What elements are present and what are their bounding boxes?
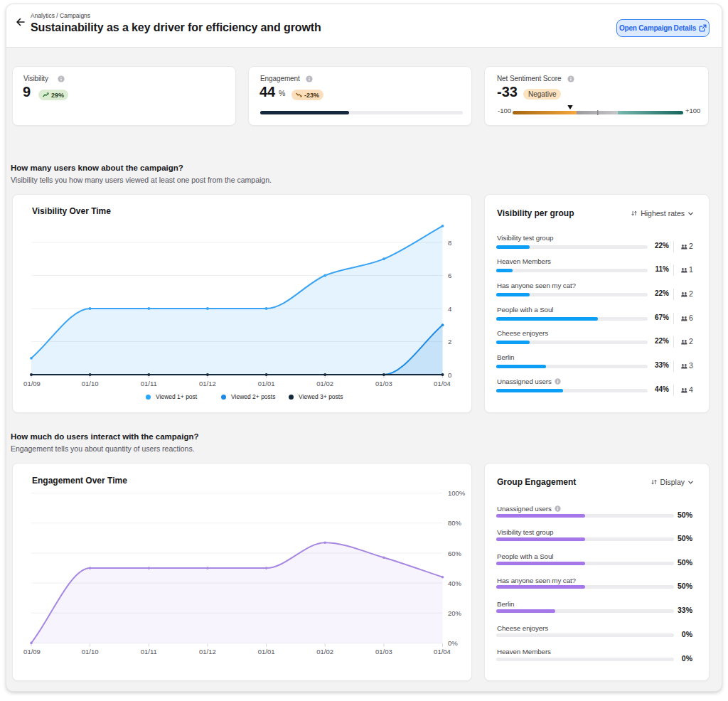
svg-text:60%: 60% [448,550,462,557]
svg-text:01/09: 01/09 [23,648,41,655]
svg-text:01/04: 01/04 [434,380,451,387]
svg-text:40%: 40% [448,579,462,587]
svg-text:01/12: 01/12 [199,648,216,655]
svg-text:100%: 100% [448,489,466,497]
svg-text:01/03: 01/03 [375,380,392,387]
svg-text:01/11: 01/11 [141,648,157,655]
svg-text:01/03: 01/03 [375,648,392,655]
svg-text:01/09: 01/09 [23,380,41,387]
svg-text:4: 4 [448,305,451,313]
svg-text:01/11: 01/11 [141,380,157,387]
svg-text:01/10: 01/10 [82,380,99,387]
svg-text:20%: 20% [448,609,462,617]
svg-text:8: 8 [448,239,451,247]
svg-text:01/01: 01/01 [258,648,275,655]
svg-text:0%: 0% [448,639,458,647]
svg-text:2: 2 [448,338,451,346]
svg-text:01/12: 01/12 [199,380,216,387]
svg-text:01/02: 01/02 [316,648,333,655]
svg-text:01/04: 01/04 [434,648,451,655]
svg-text:01/02: 01/02 [316,380,333,387]
svg-text:01/01: 01/01 [258,380,275,387]
svg-text:0: 0 [448,371,451,379]
svg-text:80%: 80% [448,519,462,527]
svg-text:01/10: 01/10 [82,648,99,655]
svg-text:6: 6 [448,272,451,279]
